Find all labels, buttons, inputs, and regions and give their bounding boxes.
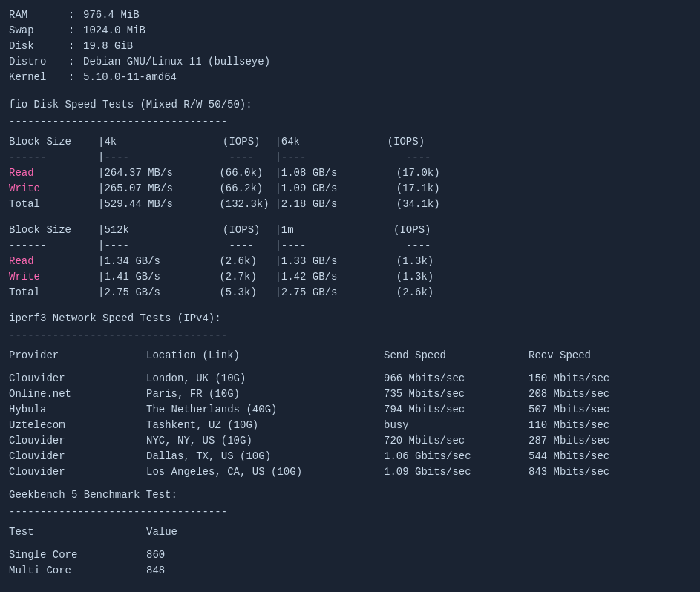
distro-line: Distro : Debian GNU/Linux 11 (bullseye) — [9, 54, 691, 70]
total-val-4k: 529.44 MB/s — [104, 197, 219, 212]
disk-key: Disk — [9, 39, 68, 54]
read-val-4k: 264.37 MB/s — [104, 165, 219, 181]
kernel-line: Kernel : 5.10.0-11-amd64 — [9, 70, 691, 85]
net-location-1: Paris, FR (10G) — [146, 387, 384, 402]
bench-header-value: Value — [146, 524, 235, 540]
total-iops-1m: (2.6k) — [396, 285, 452, 300]
disk-dash-2: ------ | ---- ---- | ---- ---- — [9, 238, 691, 254]
read-iops-64k: (17.0k) — [396, 165, 452, 181]
net-row: Clouvider NYC, NY, US (10G) 720 Mbits/se… — [9, 433, 691, 449]
distro-value: Debian GNU/Linux 11 (bullseye) — [83, 54, 270, 70]
swap-key: Swap — [9, 23, 68, 39]
net-send-0: 966 Mbits/sec — [384, 371, 529, 387]
net-recv-2: 507 Mbits/sec — [529, 402, 662, 418]
net-provider-5: Clouvider — [9, 449, 146, 464]
read-iops-512k: (2.6k) — [219, 254, 275, 269]
disk-section-title: fio Disk Speed Tests (Mixed R/W 50/50): — [9, 97, 691, 113]
total-label-2: Total — [9, 285, 98, 300]
disk-divider: ----------------------------------- — [9, 114, 691, 130]
kernel-key: Kernel — [9, 70, 68, 85]
write-val-64k: 1.09 GB/s — [281, 181, 396, 197]
bench-value-0: 860 — [146, 547, 235, 563]
net-recv-1: 208 Mbits/sec — [529, 387, 662, 402]
write-iops-4k: (66.2k) — [219, 181, 275, 197]
net-recv-4: 287 Mbits/sec — [529, 433, 662, 449]
bench-divider: ----------------------------------- — [9, 504, 691, 520]
net-recv-5: 544 Mbits/sec — [529, 449, 662, 464]
disk-block-group-1: Block Size | 4k (IOPS) | 64k (IOPS) ----… — [9, 134, 691, 212]
net-provider-3: Uztelecom — [9, 418, 146, 433]
block-size-64k: 64k (IOPS) — [281, 134, 452, 150]
block-size-4k: 4k (IOPS) — [104, 134, 275, 150]
total-label-1: Total — [9, 197, 98, 212]
kernel-value: 5.10.0-11-amd64 — [83, 70, 177, 85]
distro-key: Distro — [9, 54, 68, 70]
net-send-2: 794 Mbits/sec — [384, 402, 529, 418]
bench-header-test: Test — [9, 524, 146, 540]
ram-value: 976.4 MiB — [83, 7, 140, 23]
net-row: Online.net Paris, FR (10G) 735 Mbits/sec… — [9, 387, 691, 402]
net-provider-2: Hybula — [9, 402, 146, 418]
total-iops-4k: (132.3k) — [219, 197, 275, 212]
bench-table: Test Value Single Core 860 Multi Core 84… — [9, 524, 691, 579]
net-location-3: Tashkent, UZ (10G) — [146, 418, 384, 433]
net-table: Provider Location (Link) Send Speed Recv… — [9, 348, 691, 480]
net-location-4: NYC, NY, US (10G) — [146, 433, 384, 449]
read-iops-1m: (1.3k) — [396, 254, 452, 269]
ram-line: RAM : 976.4 MiB — [9, 7, 691, 23]
read-val-1m: 1.33 GB/s — [281, 254, 396, 269]
block-size-512k: 512k (IOPS) — [104, 223, 275, 238]
net-location-0: London, UK (10G) — [146, 371, 384, 387]
total-val-64k: 2.18 GB/s — [281, 197, 396, 212]
net-row: Clouvider London, UK (10G) 966 Mbits/sec… — [9, 371, 691, 387]
net-row: Uztelecom Tashkent, UZ (10G) busy 110 Mb… — [9, 418, 691, 433]
read-iops-4k: (66.0k) — [219, 165, 275, 181]
block-size-label-1: Block Size — [9, 134, 98, 150]
net-send-3: busy — [384, 418, 529, 433]
write-val-1m: 1.42 GB/s — [281, 269, 396, 285]
disk-row-read-2: Read | 1.34 GB/s (2.6k) | 1.33 GB/s (1.3… — [9, 254, 691, 269]
net-recv-0: 150 Mbits/sec — [529, 371, 662, 387]
read-label-2: Read — [9, 254, 98, 269]
net-location-6: Los Angeles, CA, US (10G) — [146, 464, 384, 480]
net-row: Hybula The Netherlands (40G) 794 Mbits/s… — [9, 402, 691, 418]
net-send-4: 720 Mbits/sec — [384, 433, 529, 449]
write-iops-64k: (17.1k) — [396, 181, 452, 197]
net-header-location: Location (Link) — [146, 348, 384, 364]
ram-key: RAM — [9, 7, 68, 23]
net-row: Clouvider Los Angeles, CA, US (10G) 1.09… — [9, 464, 691, 480]
disk-block-group-2: Block Size | 512k (IOPS) | 1m (IOPS) ---… — [9, 223, 691, 300]
bench-header: Test Value — [9, 524, 691, 540]
net-header: Provider Location (Link) Send Speed Recv… — [9, 348, 691, 364]
disk-value: 19.8 GiB — [83, 39, 133, 54]
net-header-provider: Provider — [9, 348, 146, 364]
net-location-2: The Netherlands (40G) — [146, 402, 384, 418]
write-iops-1m: (1.3k) — [396, 269, 452, 285]
net-header-recv: Recv Speed — [529, 348, 662, 364]
net-row: Clouvider Dallas, TX, US (10G) 1.06 Gbit… — [9, 449, 691, 464]
net-section-title: iperf3 Network Speed Tests (IPv4): — [9, 311, 691, 326]
swap-value: 1024.0 MiB — [83, 23, 145, 39]
disk-block-header-2: Block Size | 512k (IOPS) | 1m (IOPS) — [9, 223, 691, 238]
net-recv-3: 110 Mbits/sec — [529, 418, 662, 433]
bench-row: Single Core 860 — [9, 547, 691, 563]
disk-row-total-2: Total | 2.75 GB/s (5.3k) | 2.75 GB/s (2.… — [9, 285, 691, 300]
net-provider-1: Online.net — [9, 387, 146, 402]
write-val-4k: 265.07 MB/s — [104, 181, 219, 197]
disk-row-read-1: Read | 264.37 MB/s (66.0k) | 1.08 GB/s (… — [9, 165, 691, 181]
write-iops-512k: (2.7k) — [219, 269, 275, 285]
net-send-1: 735 Mbits/sec — [384, 387, 529, 402]
total-iops-64k: (34.1k) — [396, 197, 452, 212]
disk-dash-1: ------ | ---- ---- | ---- ---- — [9, 150, 691, 165]
net-divider: ----------------------------------- — [9, 328, 691, 343]
net-location-5: Dallas, TX, US (10G) — [146, 449, 384, 464]
total-val-512k: 2.75 GB/s — [104, 285, 219, 300]
bench-value-1: 848 — [146, 563, 235, 579]
write-label-2: Write — [9, 269, 98, 285]
net-header-send: Send Speed — [384, 348, 529, 364]
read-val-64k: 1.08 GB/s — [281, 165, 396, 181]
net-send-6: 1.09 Gbits/sec — [384, 464, 529, 480]
swap-line: Swap : 1024.0 MiB — [9, 23, 691, 39]
read-label-1: Read — [9, 165, 98, 181]
bench-test-1: Multi Core — [9, 563, 146, 579]
